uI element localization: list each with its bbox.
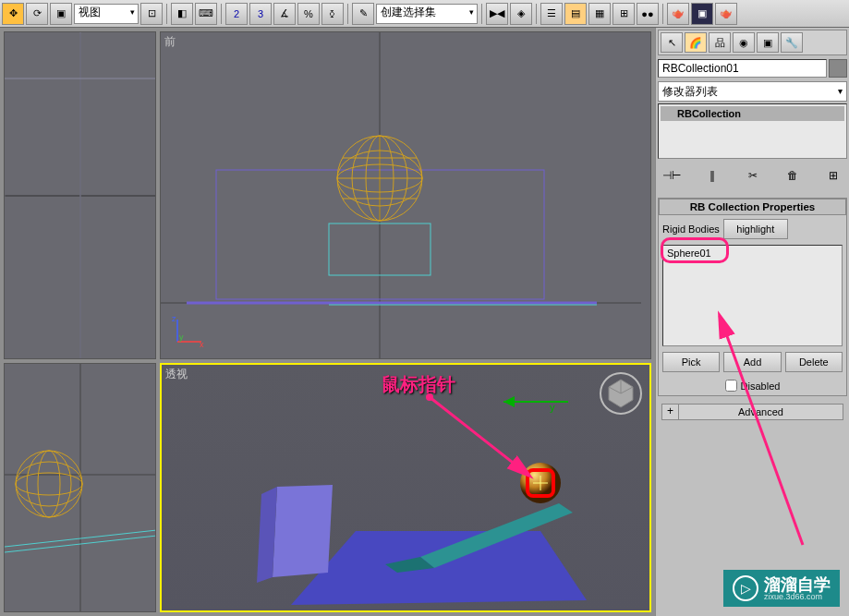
rotate-tool[interactable]: ⟳	[26, 3, 48, 25]
svg-text:x: x	[200, 340, 204, 349]
advanced-rollout[interactable]: + Advanced	[661, 404, 843, 420]
render-setup[interactable]: 🫖	[667, 3, 689, 25]
object-name-row	[658, 59, 847, 78]
separator	[481, 4, 482, 24]
watermark-logo-icon: ▷	[733, 575, 758, 601]
svg-point-26	[16, 462, 82, 506]
percent-snap[interactable]: %	[297, 3, 320, 25]
use-pivot-center[interactable]: ⊡	[140, 3, 163, 25]
modifier-stack[interactable]: RBCollection	[658, 103, 847, 159]
command-panel: ↖ 🌈 品 ◉ ▣ 🔧 修改器列表 RBCollection ⊣⊢ ‖ ✂ 🗑 …	[655, 28, 849, 616]
layers-manager[interactable]: ☰	[540, 3, 563, 25]
tab-utilities[interactable]: 🔧	[781, 32, 803, 53]
rigid-bodies-label: Rigid Bodies	[662, 223, 720, 235]
viewport-label: 透视	[165, 367, 188, 382]
svg-point-27	[38, 451, 60, 517]
viewport-perspective[interactable]: 透视	[160, 363, 651, 612]
tab-display[interactable]: ▣	[757, 32, 779, 53]
material-editor[interactable]: ●●	[637, 3, 659, 25]
svg-text:y: y	[550, 402, 555, 413]
angle-snap[interactable]: ∡	[273, 3, 296, 25]
svg-marker-37	[273, 485, 333, 577]
configure-sets-icon[interactable]: ⊞	[823, 166, 843, 185]
modifier-list-dropdown[interactable]: 修改器列表	[658, 81, 847, 102]
add-button[interactable]: Add	[723, 352, 781, 372]
pick-button[interactable]: Pick	[662, 352, 720, 372]
expand-icon[interactable]: +	[662, 405, 679, 419]
annotation-arrow-icon	[420, 393, 550, 494]
separator	[221, 4, 222, 24]
viewport-bottom-left[interactable]	[4, 363, 156, 612]
mirror-tool[interactable]: ▶◀	[486, 3, 508, 25]
viewports-container: 前	[0, 28, 655, 616]
rollout-title: RB Collection Properties	[659, 199, 846, 215]
make-unique-icon[interactable]: ✂	[743, 166, 763, 185]
disabled-label: Disabled	[741, 380, 781, 392]
named-selection-select[interactable]: 创建选择集	[376, 4, 478, 24]
separator	[662, 4, 663, 24]
object-color-swatch[interactable]	[829, 59, 847, 78]
spinner-snap[interactable]: ⧲	[321, 3, 344, 25]
svg-marker-36	[291, 531, 587, 605]
svg-line-48	[430, 397, 529, 476]
highlight-button[interactable]: highlight	[723, 219, 788, 239]
svg-point-24	[16, 451, 82, 517]
show-end-result-icon[interactable]: ‖	[702, 166, 722, 185]
scale-tool[interactable]: ▣	[50, 3, 72, 25]
separator	[166, 4, 167, 24]
watermark-url: zixue.3d66.com	[764, 593, 831, 601]
command-panel-tabs: ↖ 🌈 品 ◉ ▣ 🔧	[658, 30, 847, 55]
watermark-title: 溜溜自学	[764, 576, 831, 593]
svg-point-28	[27, 451, 71, 517]
viewport-top-left[interactable]	[4, 31, 156, 359]
render-frame[interactable]: ▣	[691, 3, 713, 25]
annotation-circle	[661, 237, 729, 263]
viewport-label: 前	[164, 34, 176, 50]
axis-gizmo-icon: z x y	[170, 312, 207, 349]
quick-render[interactable]: 🫖	[715, 3, 737, 25]
svg-point-25	[16, 473, 82, 495]
tab-hierarchy[interactable]: 品	[709, 32, 731, 53]
named-selection-edit[interactable]: ✎	[352, 3, 374, 25]
align-tool[interactable]: ◈	[510, 3, 532, 25]
viewport-front[interactable]: 前	[160, 31, 651, 359]
modifier-stack-tools: ⊣⊢ ‖ ✂ 🗑 ⊞	[658, 164, 847, 187]
reference-coord-select[interactable]: 视图	[74, 4, 139, 24]
separator	[347, 4, 348, 24]
tab-motion[interactable]: ◉	[733, 32, 755, 53]
separator	[536, 4, 537, 24]
disabled-checkbox[interactable]	[725, 380, 737, 392]
svg-text:z: z	[172, 314, 176, 323]
main-area: 前	[0, 28, 849, 616]
svg-text:y: y	[179, 332, 184, 342]
watermark: ▷ 溜溜自学 zixue.3d66.com	[723, 570, 840, 607]
keyboard-shortcut-toggle[interactable]: ⌨	[195, 3, 217, 25]
move-tool[interactable]: ✥	[2, 3, 24, 25]
toolbar: ✥ ⟳ ▣ 视图 ⊡ ◧ ⌨ 2 3 ∡ % ⧲ ✎ 创建选择集 ▶◀ ◈ ☰ …	[0, 0, 849, 28]
dope-sheet[interactable]: ▦	[588, 3, 611, 25]
modifier-stack-item[interactable]: RBCollection	[661, 106, 844, 121]
delete-button[interactable]: Delete	[785, 352, 843, 372]
snap-3d[interactable]: 3	[249, 3, 272, 25]
svg-point-49	[426, 393, 433, 401]
pin-stack-icon[interactable]: ⊣⊢	[661, 166, 682, 185]
tab-create[interactable]: ↖	[661, 32, 683, 53]
select-manipulate[interactable]: ◧	[171, 3, 193, 25]
schematic-view[interactable]: ⊞	[612, 3, 635, 25]
snap-2d[interactable]: 2	[225, 3, 248, 25]
curve-editor[interactable]: ▤	[564, 3, 587, 25]
advanced-label: Advanced	[679, 405, 843, 419]
tab-modify[interactable]: 🌈	[685, 32, 707, 53]
object-name-input[interactable]	[658, 59, 827, 78]
remove-modifier-icon[interactable]: 🗑	[782, 166, 803, 185]
